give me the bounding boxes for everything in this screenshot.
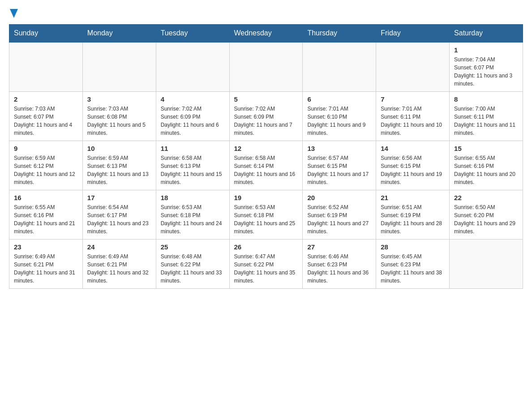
day-number: 23 [14,243,78,251]
day-info: Sunrise: 6:55 AM Sunset: 6:16 PM Dayligh… [454,154,518,186]
day-number: 15 [454,145,518,152]
day-info: Sunrise: 6:52 AM Sunset: 6:19 PM Dayligh… [307,203,371,235]
weekday-header-wednesday: Wednesday [229,24,303,42]
calendar-cell: 27Sunrise: 6:46 AM Sunset: 6:23 PM Dayli… [303,239,376,288]
day-info: Sunrise: 6:58 AM Sunset: 6:14 PM Dayligh… [234,154,298,186]
calendar-cell: 3Sunrise: 7:03 AM Sunset: 6:08 PM Daylig… [82,91,156,141]
day-number: 4 [161,95,225,103]
weekday-header-monday: Monday [82,24,156,42]
calendar-cell: 12Sunrise: 6:58 AM Sunset: 6:14 PM Dayli… [229,141,303,190]
calendar-cell: 23Sunrise: 6:49 AM Sunset: 6:21 PM Dayli… [9,239,83,288]
day-number: 28 [381,243,445,251]
calendar-cell [303,42,376,92]
calendar-cell: 8Sunrise: 7:00 AM Sunset: 6:11 PM Daylig… [450,91,523,141]
day-info: Sunrise: 6:49 AM Sunset: 6:21 PM Dayligh… [14,253,78,285]
day-number: 3 [87,95,151,103]
day-info: Sunrise: 6:59 AM Sunset: 6:13 PM Dayligh… [87,154,151,186]
calendar-cell [229,42,303,92]
calendar-week-3: 16Sunrise: 6:55 AM Sunset: 6:16 PM Dayli… [9,190,523,239]
calendar-cell: 10Sunrise: 6:59 AM Sunset: 6:13 PM Dayli… [82,141,156,190]
day-number: 19 [234,194,298,201]
day-info: Sunrise: 6:53 AM Sunset: 6:18 PM Dayligh… [161,203,225,235]
day-info: Sunrise: 6:45 AM Sunset: 6:23 PM Dayligh… [381,253,445,285]
weekday-header-row: SundayMondayTuesdayWednesdayThursdayFrid… [9,24,523,42]
day-info: Sunrise: 6:55 AM Sunset: 6:16 PM Dayligh… [14,203,78,235]
day-number: 27 [307,243,371,251]
day-info: Sunrise: 6:48 AM Sunset: 6:22 PM Dayligh… [161,253,225,285]
day-info: Sunrise: 6:49 AM Sunset: 6:21 PM Dayligh… [87,253,151,285]
day-info: Sunrise: 6:47 AM Sunset: 6:22 PM Dayligh… [234,253,298,285]
day-number: 20 [307,194,371,201]
day-number: 26 [234,243,298,251]
calendar-cell: 11Sunrise: 6:58 AM Sunset: 6:13 PM Dayli… [156,141,229,190]
day-number: 10 [87,145,151,152]
day-info: Sunrise: 6:53 AM Sunset: 6:18 PM Dayligh… [234,203,298,235]
calendar-cell: 22Sunrise: 6:50 AM Sunset: 6:20 PM Dayli… [450,190,523,239]
calendar-cell: 2Sunrise: 7:03 AM Sunset: 6:07 PM Daylig… [9,91,83,141]
day-info: Sunrise: 7:02 AM Sunset: 6:09 PM Dayligh… [161,105,225,137]
day-info: Sunrise: 6:58 AM Sunset: 6:13 PM Dayligh… [161,154,225,186]
calendar-cell [450,239,523,288]
page-header [9,9,523,20]
calendar-cell: 6Sunrise: 7:01 AM Sunset: 6:10 PM Daylig… [303,91,376,141]
calendar-cell: 15Sunrise: 6:55 AM Sunset: 6:16 PM Dayli… [450,141,523,190]
calendar-cell: 25Sunrise: 6:48 AM Sunset: 6:22 PM Dayli… [156,239,229,288]
day-number: 18 [161,194,225,201]
calendar-cell [9,42,83,92]
day-info: Sunrise: 7:03 AM Sunset: 6:08 PM Dayligh… [87,105,151,137]
day-info: Sunrise: 6:46 AM Sunset: 6:23 PM Dayligh… [307,253,371,285]
calendar-cell: 19Sunrise: 6:53 AM Sunset: 6:18 PM Dayli… [229,190,303,239]
calendar-cell: 28Sunrise: 6:45 AM Sunset: 6:23 PM Dayli… [376,239,450,288]
day-number: 1 [454,46,518,54]
day-info: Sunrise: 6:51 AM Sunset: 6:19 PM Dayligh… [381,203,445,235]
calendar-cell: 4Sunrise: 7:02 AM Sunset: 6:09 PM Daylig… [156,91,229,141]
calendar-cell: 9Sunrise: 6:59 AM Sunset: 6:12 PM Daylig… [9,141,83,190]
logo-arrow-icon [10,9,18,18]
calendar-cell [376,42,450,92]
calendar-week-1: 2Sunrise: 7:03 AM Sunset: 6:07 PM Daylig… [9,91,523,141]
calendar-cell: 21Sunrise: 6:51 AM Sunset: 6:19 PM Dayli… [376,190,450,239]
weekday-header-saturday: Saturday [450,24,523,42]
day-number: 9 [14,145,78,152]
day-number: 2 [14,95,78,103]
calendar-cell: 26Sunrise: 6:47 AM Sunset: 6:22 PM Dayli… [229,239,303,288]
calendar-cell: 18Sunrise: 6:53 AM Sunset: 6:18 PM Dayli… [156,190,229,239]
day-info: Sunrise: 7:03 AM Sunset: 6:07 PM Dayligh… [14,105,78,137]
day-number: 11 [161,145,225,152]
calendar-cell: 17Sunrise: 6:54 AM Sunset: 6:17 PM Dayli… [82,190,156,239]
calendar-cell: 16Sunrise: 6:55 AM Sunset: 6:16 PM Dayli… [9,190,83,239]
day-info: Sunrise: 7:02 AM Sunset: 6:09 PM Dayligh… [234,105,298,137]
day-info: Sunrise: 6:54 AM Sunset: 6:17 PM Dayligh… [87,203,151,235]
calendar-cell: 20Sunrise: 6:52 AM Sunset: 6:19 PM Dayli… [303,190,376,239]
calendar-cell: 1Sunrise: 7:04 AM Sunset: 6:07 PM Daylig… [450,42,523,92]
calendar-header: SundayMondayTuesdayWednesdayThursdayFrid… [9,24,523,42]
day-info: Sunrise: 7:04 AM Sunset: 6:07 PM Dayligh… [454,56,518,88]
calendar-table: SundayMondayTuesdayWednesdayThursdayFrid… [9,24,523,289]
day-number: 6 [307,95,371,103]
calendar-week-2: 9Sunrise: 6:59 AM Sunset: 6:12 PM Daylig… [9,141,523,190]
day-info: Sunrise: 6:59 AM Sunset: 6:12 PM Dayligh… [14,154,78,186]
calendar-week-0: 1Sunrise: 7:04 AM Sunset: 6:07 PM Daylig… [9,42,523,92]
calendar-cell [156,42,229,92]
weekday-header-sunday: Sunday [9,24,83,42]
calendar-week-4: 23Sunrise: 6:49 AM Sunset: 6:21 PM Dayli… [9,239,523,288]
day-info: Sunrise: 7:01 AM Sunset: 6:10 PM Dayligh… [307,105,371,137]
day-number: 17 [87,194,151,201]
day-number: 8 [454,95,518,103]
calendar-cell: 5Sunrise: 7:02 AM Sunset: 6:09 PM Daylig… [229,91,303,141]
weekday-header-tuesday: Tuesday [156,24,229,42]
calendar-cell: 13Sunrise: 6:57 AM Sunset: 6:15 PM Dayli… [303,141,376,190]
svg-marker-0 [10,9,18,18]
day-info: Sunrise: 6:50 AM Sunset: 6:20 PM Dayligh… [454,203,518,235]
day-number: 25 [161,243,225,251]
day-number: 24 [87,243,151,251]
day-info: Sunrise: 7:01 AM Sunset: 6:11 PM Dayligh… [381,105,445,137]
calendar-cell: 24Sunrise: 6:49 AM Sunset: 6:21 PM Dayli… [82,239,156,288]
day-number: 16 [14,194,78,201]
day-number: 12 [234,145,298,152]
day-number: 5 [234,95,298,103]
day-info: Sunrise: 6:56 AM Sunset: 6:15 PM Dayligh… [381,154,445,186]
logo [9,9,18,20]
calendar-cell: 14Sunrise: 6:56 AM Sunset: 6:15 PM Dayli… [376,141,450,190]
day-info: Sunrise: 6:57 AM Sunset: 6:15 PM Dayligh… [307,154,371,186]
